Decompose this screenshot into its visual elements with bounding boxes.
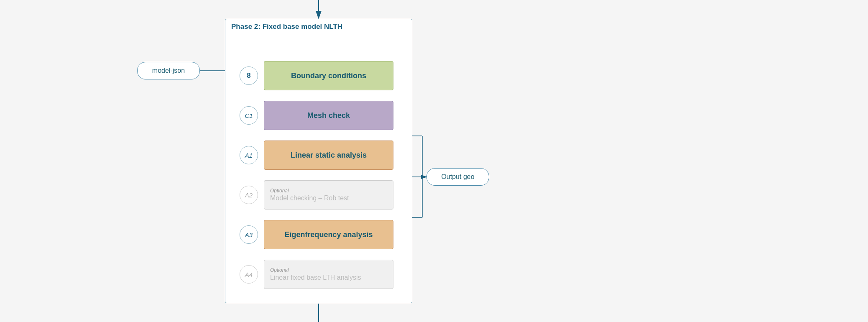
block-eigenfrequency[interactable]: Eigenfrequency analysis	[264, 220, 393, 249]
step-row-linear-static: A1 Linear static analysis	[240, 141, 393, 170]
output-geo-label: Output geo	[441, 173, 474, 181]
phase-box: Phase 2: Fixed base model NLTH 8 Boundar…	[225, 19, 412, 303]
step-row-mesh: C1 Mesh check	[240, 101, 393, 130]
model-json-label: model-json	[152, 67, 185, 74]
optional-text-a4: Linear fixed base LTH analysis	[270, 274, 361, 281]
block-lth[interactable]: Optional Linear fixed base LTH analysis	[264, 260, 393, 289]
step-row-lth: A4 Optional Linear fixed base LTH analys…	[240, 260, 393, 289]
optional-text-a2: Model checking – Rob test	[270, 194, 349, 202]
step-row-model-checking: A2 Optional Model checking – Rob test	[240, 180, 393, 210]
optional-label-a2: Optional	[270, 188, 289, 194]
optional-label-a4: Optional	[270, 267, 289, 273]
block-boundary-conditions[interactable]: Boundary conditions	[264, 61, 393, 90]
step-row-boundary: 8 Boundary conditions	[240, 61, 393, 90]
block-linear-static[interactable]: Linear static analysis	[264, 141, 393, 170]
badge-a4: A4	[240, 265, 258, 284]
diagram-container: model-json Output geo Phase 2: Fixed bas…	[0, 0, 868, 322]
block-model-checking[interactable]: Optional Model checking – Rob test	[264, 180, 393, 210]
phase-title: Phase 2: Fixed base model NLTH	[231, 23, 342, 31]
badge-a1: A1	[240, 146, 258, 164]
badge-a3: A3	[240, 225, 258, 244]
connectors-svg	[0, 0, 868, 322]
badge-8: 8	[240, 66, 258, 85]
output-geo-pill: Output geo	[426, 168, 489, 186]
badge-a2: A2	[240, 186, 258, 204]
block-mesh-check[interactable]: Mesh check	[264, 101, 393, 130]
model-json-pill: model-json	[137, 62, 200, 79]
step-row-eigenfrequency: A3 Eigenfrequency analysis	[240, 220, 393, 249]
badge-c1: C1	[240, 106, 258, 125]
